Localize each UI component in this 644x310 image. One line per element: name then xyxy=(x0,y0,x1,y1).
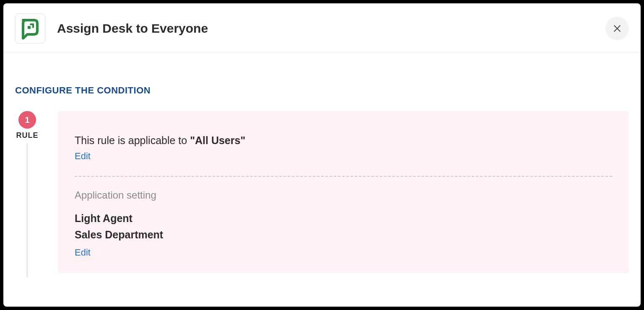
svg-rect-0 xyxy=(28,26,31,29)
setting-item: Light Agent xyxy=(75,210,612,227)
dialog-title: Assign Desk to Everyone xyxy=(57,21,208,36)
close-button[interactable] xyxy=(605,17,629,40)
rule-timeline-line xyxy=(26,143,28,277)
dialog-content: CONFIGURE THE CONDITION 1 RULE This rule… xyxy=(3,52,641,277)
rule-scope-text: This rule is applicable to "All Users" xyxy=(75,134,612,147)
dialog-header: Assign Desk to Everyone xyxy=(3,3,641,52)
rule-scope-prefix: This rule is applicable to xyxy=(75,134,190,146)
edit-scope-link[interactable]: Edit xyxy=(75,151,91,162)
rule-label: RULE xyxy=(16,131,39,140)
divider xyxy=(75,176,612,177)
rule-card: This rule is applicable to "All Users" E… xyxy=(58,111,629,273)
application-setting-heading: Application setting xyxy=(75,189,612,201)
rule-number-badge: 1 xyxy=(18,111,36,129)
close-icon xyxy=(613,24,622,33)
app-icon-desk xyxy=(15,13,45,44)
config-dialog: Assign Desk to Everyone CONFIGURE THE CO… xyxy=(3,3,641,307)
rule-scope-value: "All Users" xyxy=(190,134,245,146)
setting-item: Sales Department xyxy=(75,227,612,243)
rule-indicator: 1 RULE xyxy=(15,111,39,277)
section-title: CONFIGURE THE CONDITION xyxy=(15,85,629,96)
edit-settings-link[interactable]: Edit xyxy=(75,247,91,258)
rule-row: 1 RULE This rule is applicable to "All U… xyxy=(15,111,629,277)
